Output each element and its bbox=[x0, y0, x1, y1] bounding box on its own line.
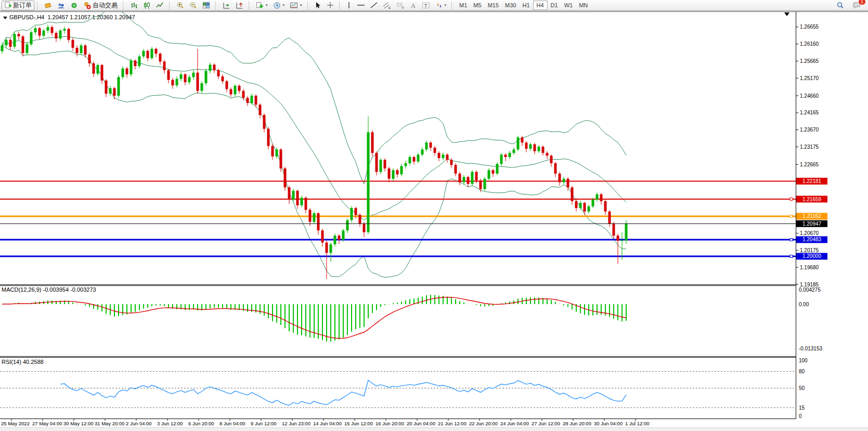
new-order-button[interactable]: 新订单 bbox=[2, 1, 34, 10]
svg-text:0.004275: 0.004275 bbox=[799, 287, 821, 293]
timeframe-h4-button[interactable]: H4 bbox=[533, 1, 548, 10]
tile-windows-button[interactable] bbox=[200, 1, 213, 10]
svg-text:24 Jun 04:00: 24 Jun 04:00 bbox=[500, 421, 529, 426]
toolbar-separator bbox=[169, 2, 172, 9]
svg-text:50: 50 bbox=[799, 385, 805, 391]
auto-trading-icon bbox=[83, 2, 91, 9]
svg-text:30 Jun 04:00: 30 Jun 04:00 bbox=[594, 421, 623, 426]
templates-dropdown-arrow: ▾ bbox=[300, 3, 302, 7]
arrows-button[interactable]: ▾ bbox=[433, 1, 449, 10]
search-icon bbox=[836, 2, 844, 9]
zoom-in-button[interactable] bbox=[174, 1, 187, 10]
toolbar-separator bbox=[215, 2, 218, 9]
svg-text:0.00: 0.00 bbox=[799, 302, 809, 307]
svg-text:1.21162: 1.21162 bbox=[802, 213, 821, 219]
search-button[interactable] bbox=[834, 1, 847, 10]
svg-text:1.22665: 1.22665 bbox=[800, 162, 819, 167]
templates-button[interactable]: ▾ bbox=[287, 1, 305, 10]
svg-text:0: 0 bbox=[799, 413, 802, 419]
svg-text:A: A bbox=[411, 2, 416, 9]
svg-text:1.25665: 1.25665 bbox=[800, 58, 819, 64]
svg-text:14 Jun 04:00: 14 Jun 04:00 bbox=[313, 421, 342, 426]
timeframe-m30-button[interactable]: M30 bbox=[502, 1, 519, 9]
svg-text:F: F bbox=[402, 6, 404, 9]
chart-canvas[interactable]: 1.221811.216591.211621.204831.200001.209… bbox=[0, 11, 868, 427]
timeframe-m15-button[interactable]: M15 bbox=[485, 1, 502, 9]
market-watch-button[interactable] bbox=[42, 1, 55, 10]
toolbar-separator bbox=[249, 2, 251, 9]
market-watch-icon bbox=[44, 2, 52, 9]
svg-text:30 May 12:00: 30 May 12:00 bbox=[63, 421, 94, 426]
candlestick-icon bbox=[143, 2, 151, 9]
auto-scroll-button[interactable] bbox=[220, 1, 233, 10]
svg-text:1.20175: 1.20175 bbox=[800, 247, 819, 253]
svg-text:12 Jun 23:00: 12 Jun 23:00 bbox=[282, 421, 310, 426]
line-chart-icon bbox=[156, 2, 164, 9]
zoom-in-icon bbox=[176, 2, 184, 9]
zoom-out-button[interactable] bbox=[187, 1, 200, 10]
mt4-window: 新订单 自动交易 bbox=[0, 0, 868, 431]
timeframe-h1-button[interactable]: H1 bbox=[519, 1, 533, 9]
bar-chart-icon bbox=[130, 2, 138, 9]
svg-text:27 May 04:00: 27 May 04:00 bbox=[32, 421, 62, 426]
periods-button[interactable]: ▾ bbox=[270, 1, 288, 10]
horizontal-line-button[interactable] bbox=[354, 1, 368, 10]
trendline-button[interactable] bbox=[368, 1, 380, 10]
toolbar-separator bbox=[451, 2, 454, 9]
chart-shift-button[interactable] bbox=[233, 1, 246, 10]
svg-text:1.26160: 1.26160 bbox=[800, 41, 819, 47]
svg-text:1.24660: 1.24660 bbox=[800, 93, 819, 99]
crosshair-button[interactable] bbox=[324, 1, 336, 10]
svg-text:1 Jul 12:00: 1 Jul 12:00 bbox=[625, 421, 649, 426]
indicators-icon bbox=[256, 2, 264, 9]
notification-badge: 1 bbox=[858, 0, 866, 5]
timeframe-d1-button[interactable]: D1 bbox=[548, 1, 561, 9]
toolbar-separator bbox=[307, 2, 310, 9]
candlestick-button[interactable] bbox=[140, 1, 153, 10]
indicators-button[interactable]: ▾ bbox=[253, 1, 270, 10]
vertical-line-button[interactable] bbox=[344, 1, 354, 10]
equidistant-channel-icon: E bbox=[383, 2, 391, 9]
timeframe-w1-button[interactable]: W1 bbox=[561, 1, 576, 9]
svg-text:100: 100 bbox=[799, 358, 808, 363]
svg-text:1.23670: 1.23670 bbox=[800, 127, 819, 133]
svg-text:25 May 2022: 25 May 2022 bbox=[1, 421, 30, 426]
fibonacci-icon: F bbox=[396, 2, 405, 9]
toolbar-separator bbox=[339, 2, 342, 9]
svg-text:21 Jun 12:00: 21 Jun 12:00 bbox=[438, 421, 467, 426]
fibonacci-button[interactable]: F bbox=[394, 1, 407, 10]
svg-text:1.20000: 1.20000 bbox=[802, 253, 822, 259]
svg-text:6 Jun 20:00: 6 Jun 20:00 bbox=[188, 421, 214, 426]
navigator-button[interactable] bbox=[68, 1, 81, 10]
timeframe-mn-button[interactable]: MN bbox=[576, 1, 591, 9]
arrows-icon bbox=[435, 2, 443, 9]
timeframe-m5-button[interactable]: M5 bbox=[470, 1, 484, 9]
toolbar-separator bbox=[37, 2, 40, 9]
crosshair-icon bbox=[327, 2, 334, 9]
new-order-icon bbox=[4, 2, 11, 9]
auto-scroll-icon bbox=[223, 2, 230, 9]
svg-text:9 Jun 12:00: 9 Jun 12:00 bbox=[251, 421, 277, 426]
data-window-button[interactable] bbox=[55, 1, 68, 10]
svg-text:-0.013153: -0.013153 bbox=[799, 346, 822, 351]
svg-text:1.20670: 1.20670 bbox=[800, 230, 819, 236]
line-chart-button[interactable] bbox=[153, 1, 166, 10]
text-button[interactable]: A bbox=[407, 1, 419, 10]
cursor-button[interactable] bbox=[312, 1, 324, 10]
svg-text:1.19680: 1.19680 bbox=[800, 265, 819, 270]
community-button[interactable]: 1 bbox=[850, 1, 863, 10]
indicators-dropdown-arrow: ▾ bbox=[266, 3, 268, 7]
timeframe-m1-button[interactable]: M1 bbox=[456, 1, 470, 9]
vertical-line-icon bbox=[346, 2, 352, 9]
auto-trading-label: 自动交易 bbox=[93, 1, 118, 10]
auto-trading-button[interactable]: 自动交易 bbox=[81, 1, 120, 10]
new-order-label: 新订单 bbox=[13, 1, 32, 10]
equidistant-channel-button[interactable]: E bbox=[380, 1, 394, 10]
horizontal-line-icon bbox=[357, 2, 365, 9]
text-label-button[interactable]: T bbox=[419, 1, 433, 10]
svg-text:15 Jun 12:00: 15 Jun 12:00 bbox=[344, 421, 373, 426]
text-icon: A bbox=[410, 2, 417, 9]
bar-chart-button[interactable] bbox=[127, 1, 140, 10]
data-window-icon bbox=[57, 2, 65, 9]
toolbar-separator bbox=[123, 2, 125, 9]
